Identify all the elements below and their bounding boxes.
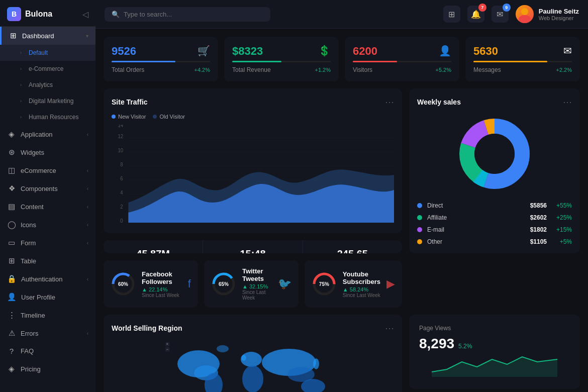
sidebar-label-ecommerce: e-Commerce bbox=[29, 65, 63, 72]
stat-card-orders: 9526 🛒 Total Orders +4.2% bbox=[104, 37, 218, 81]
sales-dot-other bbox=[417, 239, 422, 244]
traffic-more-button[interactable]: ⋯ bbox=[385, 96, 394, 108]
sidebar-item-errors[interactable]: ⚠ Errors ‹ bbox=[0, 324, 95, 342]
youtube-since: Since Last Week bbox=[343, 292, 380, 298]
metrics-row: 45.87M Overall Visitor ▲ 2.43% 15:48 Vis… bbox=[104, 240, 402, 253]
icons-icon: ◯ bbox=[7, 220, 16, 229]
stat-card-messages: 5630 ✉ Messages +2.2% bbox=[465, 37, 580, 81]
weekly-more-button[interactable]: ⋯ bbox=[563, 96, 572, 108]
sales-pct-direct: +55% bbox=[552, 202, 572, 209]
sidebar-item-analytics[interactable]: › Analytics bbox=[0, 77, 95, 93]
twitter-change: ▲ 32.15% bbox=[242, 283, 272, 289]
sidebar-item-application[interactable]: ◈ Application ‹ bbox=[0, 125, 95, 143]
messages-button[interactable]: ✉ 9 bbox=[492, 6, 509, 23]
logo-icon: B bbox=[7, 7, 21, 21]
svg-text:12: 12 bbox=[118, 134, 123, 139]
world-map-card: World Selling Region ⋯ bbox=[104, 315, 402, 392]
sales-name-direct: Direct bbox=[427, 202, 517, 209]
grid-button[interactable]: ⊞ bbox=[443, 6, 460, 23]
sidebar-item-components[interactable]: ❖ Components ‹ bbox=[0, 179, 95, 198]
sidebar-item-ecommerce[interactable]: › e-Commerce bbox=[0, 61, 95, 77]
sidebar-item-authentication[interactable]: 🔒 Authentication ‹ bbox=[0, 270, 95, 288]
social-card-facebook: 60% Facebook Followers ▲ 22.14% Since La… bbox=[104, 260, 198, 308]
sidebar-label-content: Content bbox=[21, 203, 82, 211]
chevron-down-icon: ▾ bbox=[86, 33, 88, 39]
svg-point-51 bbox=[313, 358, 319, 369]
weekly-header: Weekly sales ⋯ bbox=[417, 96, 572, 108]
sidebar-item-content[interactable]: ▤ Content ‹ bbox=[0, 198, 95, 216]
sidebar-item-human-resources[interactable]: › Human Resources bbox=[0, 109, 95, 125]
sidebar-item-table[interactable]: ⊞ Table bbox=[0, 252, 95, 270]
stat-card-visitors: 6200 👤 Visitors +5.2% bbox=[345, 37, 459, 81]
svg-text:8: 8 bbox=[120, 162, 123, 167]
svg-point-33 bbox=[474, 134, 515, 174]
map-header: World Selling Region ⋯ bbox=[112, 323, 394, 334]
auth-icon: 🔒 bbox=[7, 274, 17, 283]
sidebar-label-authentication: Authentication bbox=[21, 275, 82, 283]
stat-card-revenue: $8323 💲 Total Revenue +1.2% bbox=[224, 37, 339, 81]
social-card-youtube: 75% Youtube Subscribers ▲ 58.24% Since L… bbox=[305, 260, 402, 308]
dollar-icon: 💲 bbox=[318, 45, 331, 57]
page-views-sparkline bbox=[419, 352, 570, 377]
dashboard-icon: ⊞ bbox=[9, 31, 18, 40]
search-icon: 🔍 bbox=[112, 11, 120, 18]
sidebar-collapse-btn[interactable]: ◁ bbox=[82, 10, 88, 19]
donut-container bbox=[417, 114, 572, 194]
sidebar-label-human-resources: Human Resources bbox=[29, 114, 78, 121]
traffic-chart: 0 2 4 6 8 10 12 14 bbox=[112, 125, 394, 225]
map-title: World Selling Region bbox=[112, 324, 182, 332]
widgets-icon: ⊛ bbox=[7, 148, 16, 157]
sidebar-item-dashboard[interactable]: ⊞ Dashboard ▾ bbox=[0, 27, 95, 45]
sidebar-item-widgets[interactable]: ⊛ Widgets bbox=[0, 143, 95, 161]
weekly-title: Weekly sales bbox=[417, 98, 461, 106]
sidebar-item-icons[interactable]: ◯ Icons ‹ bbox=[0, 216, 95, 234]
stat-value-orders: 9526 bbox=[112, 45, 136, 58]
form-icon: ▭ bbox=[7, 238, 16, 247]
cart-icon: 🛒 bbox=[198, 45, 210, 57]
sidebar-item-timeline[interactable]: ⋮ Timeline bbox=[0, 306, 95, 324]
sidebar-item-user-profile[interactable]: 👤 User Profile bbox=[0, 288, 95, 306]
sales-row-direct: Direct $5856 +55% bbox=[417, 202, 572, 209]
sidebar-label-errors: Errors bbox=[21, 330, 82, 337]
search-box[interactable]: 🔍 bbox=[105, 7, 270, 22]
sidebar-item-form[interactable]: ▭ Form ‹ bbox=[0, 234, 95, 252]
traffic-title: Site Traffic bbox=[112, 98, 148, 106]
sidebar-item-faq[interactable]: ? FAQ bbox=[0, 342, 95, 360]
sidebar-item-digital-marketing[interactable]: › Digital Marketing bbox=[0, 93, 95, 109]
sidebar-label-analytics: Analytics bbox=[29, 81, 53, 88]
stat-top-orders: 9526 🛒 bbox=[112, 45, 210, 58]
stat-change-orders: +4.2% bbox=[194, 67, 211, 73]
twitter-progress: 65% bbox=[211, 271, 236, 297]
sidebar-item-ecommerce2[interactable]: ◫ eCommerce ‹ bbox=[0, 161, 95, 179]
sales-dot-direct bbox=[417, 203, 422, 208]
user-role: Web Designer bbox=[539, 15, 579, 21]
svg-point-45 bbox=[242, 365, 263, 392]
twitter-icon: 🐦 bbox=[278, 277, 291, 290]
twitter-name: Twitter Tweets bbox=[242, 267, 272, 282]
stat-bar-fill-orders bbox=[112, 61, 175, 62]
youtube-change: ▲ 58.24% bbox=[343, 286, 380, 292]
svg-text:−: − bbox=[166, 347, 168, 352]
topbar-icons: ⊞ 🔔 7 ✉ 9 Pauline Seitz Web Designer bbox=[443, 5, 579, 23]
metric-pages-visit: 245.65 Pages/Visit ▲ 5.62% bbox=[303, 240, 402, 253]
map-more-button[interactable]: ⋯ bbox=[385, 323, 394, 334]
sidebar-item-default[interactable]: › Default bbox=[0, 45, 95, 61]
svg-point-0 bbox=[521, 8, 528, 15]
stat-label-visitors: Visitors bbox=[353, 66, 372, 73]
user-info[interactable]: Pauline Seitz Web Designer bbox=[516, 5, 579, 23]
metric-value-pages: 245.65 bbox=[311, 248, 394, 253]
weekly-sales-card: Weekly sales ⋯ bbox=[409, 88, 580, 253]
user-details: Pauline Seitz Web Designer bbox=[539, 8, 579, 21]
sidebar-item-pricing[interactable]: ◈ Pricing bbox=[0, 360, 95, 378]
svg-text:+: + bbox=[166, 342, 168, 346]
search-input[interactable] bbox=[124, 11, 263, 18]
stat-cards: 9526 🛒 Total Orders +4.2% $8323 💲 Total … bbox=[104, 37, 580, 81]
bell-icon: 🔔 bbox=[471, 10, 481, 19]
sidebar-label-widgets: Widgets bbox=[21, 149, 88, 156]
facebook-info: Facebook Followers ▲ 22.14% Since Last W… bbox=[142, 270, 182, 298]
facebook-name: Facebook Followers bbox=[142, 270, 182, 285]
sales-amount-other: $1105 bbox=[522, 238, 547, 245]
notification-button[interactable]: 🔔 7 bbox=[467, 6, 484, 23]
stat-value-messages: 5630 bbox=[473, 45, 498, 58]
facebook-icon: f bbox=[188, 277, 191, 290]
